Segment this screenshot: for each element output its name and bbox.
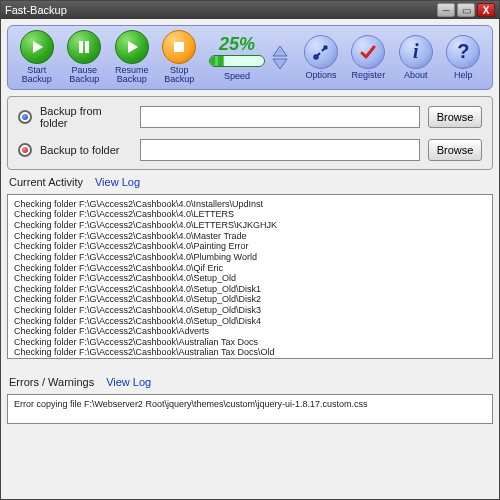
browse-from-button[interactable]: Browse [428, 106, 482, 128]
svg-marker-5 [273, 46, 287, 56]
toolbar: Start Backup Pause Backup Resume Backup … [7, 25, 493, 90]
folders-panel: Backup from folder Browse Backup to fold… [7, 96, 493, 170]
svg-marker-0 [33, 41, 43, 53]
speed-percent: 25% [219, 34, 255, 55]
pause-icon [67, 30, 101, 64]
activity-viewlog-link[interactable]: View Log [95, 176, 140, 188]
svg-marker-3 [128, 41, 138, 53]
to-radio[interactable] [18, 143, 32, 157]
activity-header: Current Activity View Log [7, 176, 493, 188]
window-title: Fast-Backup [5, 4, 435, 16]
activity-log[interactable]: Checking folder F:\G\Access2\Cashbook\4.… [7, 194, 493, 359]
about-button[interactable]: i About [393, 35, 438, 80]
svg-rect-2 [85, 41, 89, 53]
options-button[interactable]: Options [298, 35, 343, 80]
stop-backup-button[interactable]: Stop Backup [156, 30, 201, 85]
play-icon [20, 30, 54, 64]
speed-indicator: 25% Speed [204, 34, 270, 81]
from-radio[interactable] [18, 110, 32, 124]
info-icon: i [399, 35, 433, 69]
chevron-up-icon[interactable] [272, 45, 288, 57]
close-button[interactable]: X [477, 3, 495, 17]
svg-marker-6 [273, 59, 287, 69]
titlebar: Fast-Backup ─ ▭ X [1, 1, 499, 19]
play-icon [115, 30, 149, 64]
help-icon: ? [446, 35, 480, 69]
stop-icon [162, 30, 196, 64]
minimize-button[interactable]: ─ [437, 3, 455, 17]
backup-from-row: Backup from folder Browse [18, 105, 482, 129]
resume-backup-button[interactable]: Resume Backup [109, 30, 154, 85]
pause-backup-button[interactable]: Pause Backup [61, 30, 106, 85]
app-window: Fast-Backup ─ ▭ X Start Backup Pause Bac… [0, 0, 500, 500]
check-icon [351, 35, 385, 69]
register-button[interactable]: Register [346, 35, 391, 80]
errors-log[interactable]: Error copying file F:\Webserver2 Root\jq… [7, 394, 493, 424]
help-button[interactable]: ? Help [441, 35, 486, 80]
chevron-down-icon[interactable] [272, 58, 288, 70]
speed-stepper[interactable] [272, 45, 288, 70]
maximize-button[interactable]: ▭ [457, 3, 475, 17]
start-backup-button[interactable]: Start Backup [14, 30, 59, 85]
content: Start Backup Pause Backup Resume Backup … [1, 19, 499, 499]
browse-to-button[interactable]: Browse [428, 139, 482, 161]
speed-bar [209, 55, 265, 67]
from-folder-input[interactable] [140, 106, 420, 128]
errors-viewlog-link[interactable]: View Log [106, 376, 151, 388]
tools-icon [304, 35, 338, 69]
backup-to-row: Backup to folder Browse [18, 139, 482, 161]
errors-header: Errors / Warnings View Log [7, 376, 493, 388]
svg-rect-4 [174, 42, 184, 52]
svg-rect-1 [79, 41, 83, 53]
to-folder-input[interactable] [140, 139, 420, 161]
